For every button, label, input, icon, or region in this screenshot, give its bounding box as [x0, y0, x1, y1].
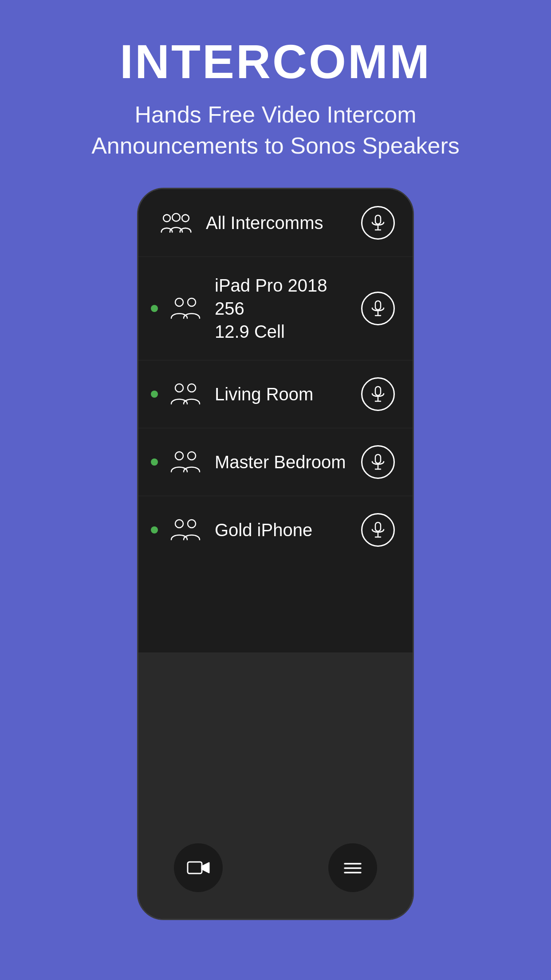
group-icon	[169, 381, 201, 407]
svg-point-7	[188, 298, 196, 306]
item-name: iPad Pro 2018 25612.9 Cell	[215, 274, 361, 343]
mic-button[interactable]	[361, 292, 395, 325]
item-name: Gold iPhone	[215, 518, 361, 541]
mic-button[interactable]	[361, 206, 395, 240]
list-item[interactable]: All Intercomms	[138, 189, 413, 257]
mic-button[interactable]	[361, 377, 395, 411]
svg-point-6	[175, 298, 183, 306]
svg-point-12	[188, 384, 196, 392]
svg-point-17	[188, 452, 196, 460]
app-title: INTERCOMM	[27, 36, 524, 88]
item-name: Living Room	[215, 383, 361, 406]
header-section: INTERCOMM Hands Free Video IntercomAnnou…	[0, 0, 551, 179]
online-indicator	[151, 391, 158, 398]
svg-point-1	[172, 213, 180, 221]
list-item[interactable]: Gold iPhone	[138, 496, 413, 564]
group-icon	[169, 517, 201, 543]
app-subtitle: Hands Free Video IntercomAnnouncements t…	[27, 99, 524, 161]
mic-button[interactable]	[361, 445, 395, 479]
mic-button[interactable]	[361, 513, 395, 547]
svg-point-22	[188, 520, 196, 528]
bottom-bar	[138, 652, 413, 919]
phone-mockup: All Intercomms	[137, 188, 414, 920]
phone-screen: All Intercomms	[138, 189, 413, 919]
svg-point-0	[163, 215, 170, 222]
svg-rect-26	[188, 862, 202, 873]
list-item[interactable]: Master Bedroom	[138, 428, 413, 496]
svg-point-21	[175, 520, 183, 528]
svg-rect-8	[375, 301, 381, 310]
svg-rect-13	[375, 387, 381, 395]
svg-point-16	[175, 452, 183, 460]
group-icon	[161, 209, 192, 236]
video-button[interactable]	[174, 843, 223, 892]
group-icon	[169, 295, 201, 322]
svg-point-2	[182, 215, 189, 222]
svg-rect-23	[375, 522, 381, 531]
online-indicator	[151, 526, 158, 533]
intercom-list: All Intercomms	[138, 189, 413, 652]
group-icon	[169, 449, 201, 475]
svg-rect-3	[375, 215, 381, 224]
svg-point-11	[175, 384, 183, 392]
online-indicator	[151, 458, 158, 466]
list-item[interactable]: Living Room	[138, 360, 413, 428]
online-indicator	[151, 305, 158, 312]
item-name: All Intercomms	[206, 211, 361, 234]
svg-rect-18	[375, 454, 381, 463]
menu-button[interactable]	[328, 843, 377, 892]
list-item[interactable]: iPad Pro 2018 25612.9 Cell	[138, 257, 413, 360]
item-name: Master Bedroom	[215, 450, 361, 474]
